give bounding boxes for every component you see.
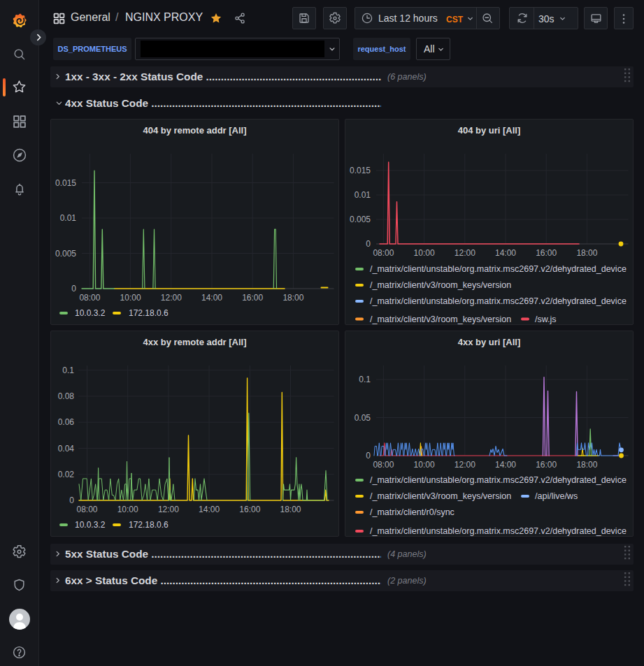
svg-text:/_matrix/client/r0/sync: /_matrix/client/r0/sync [370, 507, 455, 517]
svg-text:0.1: 0.1 [359, 375, 371, 384]
svg-text:18:00: 18:00 [576, 248, 597, 258]
svg-text:0: 0 [69, 495, 74, 505]
svg-text:172.18.0.6: 172.18.0.6 [129, 520, 169, 530]
svg-text:16:00: 16:00 [242, 293, 263, 303]
svg-text:10.0.3.2: 10.0.3.2 [75, 520, 106, 530]
svg-text:0: 0 [71, 284, 76, 294]
svg-text:0.015: 0.015 [350, 166, 371, 175]
svg-text:10:00: 10:00 [414, 248, 435, 258]
svg-text:/_matrix/client/v3/room_keys/v: /_matrix/client/v3/room_keys/version [370, 491, 511, 501]
svg-text:12:00: 12:00 [455, 248, 475, 258]
svg-text:14:00: 14:00 [495, 248, 516, 258]
svg-text:/sw.js: /sw.js [535, 314, 557, 324]
svg-text:404 by remote addr [All]: 404 by remote addr [All] [143, 125, 246, 136]
svg-text:/_matrix/client/unstable/org.m: /_matrix/client/unstable/org.matrix.msc2… [370, 296, 627, 306]
svg-text:404 by uri [All]: 404 by uri [All] [458, 125, 521, 136]
svg-text:12:00: 12:00 [161, 293, 182, 303]
svg-text:08:00: 08:00 [79, 293, 100, 303]
svg-text:12:00: 12:00 [158, 505, 179, 514]
svg-text:08:00: 08:00 [76, 505, 97, 514]
svg-text:18:00: 18:00 [280, 505, 301, 514]
svg-text:16:00: 16:00 [536, 460, 557, 470]
svg-text:12:00: 12:00 [455, 460, 475, 470]
svg-text:0.02: 0.02 [58, 470, 75, 479]
svg-text:0.1: 0.1 [62, 365, 74, 375]
svg-text:172.18.0.6: 172.18.0.6 [129, 308, 169, 318]
svg-text:10.0.3.2: 10.0.3.2 [75, 308, 106, 318]
svg-text:/api/live/ws: /api/live/ws [535, 491, 578, 501]
svg-text:0.04: 0.04 [58, 444, 75, 454]
svg-text:4xx by remote addr [All]: 4xx by remote addr [All] [143, 337, 246, 347]
svg-text:16:00: 16:00 [239, 505, 260, 514]
svg-text:18:00: 18:00 [576, 460, 597, 470]
svg-text:0.01: 0.01 [355, 190, 371, 200]
svg-text:14:00: 14:00 [201, 293, 222, 303]
svg-text:/_matrix/client/v3/room_keys/v: /_matrix/client/v3/room_keys/version [370, 314, 511, 324]
svg-text:0: 0 [366, 451, 371, 461]
svg-text:/_matrix/client/unstable/org.m: /_matrix/client/unstable/org.matrix.msc2… [370, 526, 627, 536]
svg-text:/_matrix/client/v3/room_keys/v: /_matrix/client/v3/room_keys/version [370, 280, 511, 290]
svg-text:0.08: 0.08 [58, 391, 75, 401]
svg-text:10:00: 10:00 [120, 293, 141, 303]
svg-text:16:00: 16:00 [536, 248, 557, 258]
svg-text:4xx by uri [All]: 4xx by uri [All] [458, 337, 521, 347]
svg-text:08:00: 08:00 [373, 460, 394, 470]
svg-text:10:00: 10:00 [117, 505, 138, 514]
svg-text:18:00: 18:00 [282, 293, 303, 303]
svg-text:14:00: 14:00 [495, 460, 516, 470]
svg-text:0.06: 0.06 [58, 417, 75, 427]
svg-text:0: 0 [366, 239, 371, 249]
svg-text:0.05: 0.05 [355, 413, 371, 423]
svg-text:/_matrix/client/unstable/org.m: /_matrix/client/unstable/org.matrix.msc2… [370, 264, 627, 274]
svg-text:0.005: 0.005 [350, 215, 371, 224]
svg-text:08:00: 08:00 [373, 248, 394, 258]
svg-text:14:00: 14:00 [199, 505, 220, 514]
svg-text:0.015: 0.015 [55, 178, 76, 188]
svg-text:0.01: 0.01 [60, 213, 77, 223]
svg-text:10:00: 10:00 [414, 460, 435, 470]
svg-text:0.005: 0.005 [55, 249, 76, 259]
svg-text:/_matrix/client/unstable/org.m: /_matrix/client/unstable/org.matrix.msc2… [370, 475, 627, 485]
